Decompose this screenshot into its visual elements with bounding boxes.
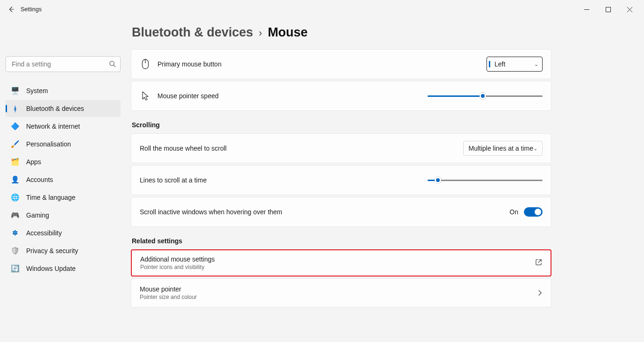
bluetooth-icon: ᚼ [10,104,20,113]
toggle-knob [535,209,541,215]
sidebar-item-label: Accounts [26,176,53,183]
setting-roll-wheel: Roll the mouse wheel to scroll Multiple … [131,133,551,163]
link-text-group: Mouse pointer Pointer size and colour [140,285,197,300]
primary-button-dropdown[interactable]: Left ⌄ [487,57,543,72]
link-subtitle: Pointer icons and visibility [140,264,215,270]
slider-track [428,180,543,181]
sidebar-item-bluetooth-devices[interactable]: ᚼBluetooth & devices [6,100,121,117]
maximize-icon [606,7,611,12]
breadcrumb-separator: › [259,27,262,39]
back-button[interactable] [4,2,19,17]
slider-thumb[interactable] [479,93,486,99]
window-controls [576,2,640,17]
window-title: Settings [21,6,42,13]
sidebar-item-label: Gaming [26,211,49,219]
slider-thumb[interactable] [435,177,441,183]
close-button[interactable] [619,2,640,17]
slider-fill [428,95,483,97]
section-header-related: Related settings [132,237,551,245]
sidebar-item-apps[interactable]: 🗂️Apps [6,153,121,170]
sidebar-item-label: Windows Update [26,265,76,272]
sidebar-item-windows-update[interactable]: 🔄Windows Update [6,260,121,277]
breadcrumb: Bluetooth & devices › Mouse [132,25,633,40]
setting-label: Primary mouse button [157,60,222,68]
lines-scroll-slider[interactable] [428,175,543,185]
accounts-icon: 👤 [10,175,20,184]
scroll-inactive-toggle[interactable] [524,207,543,217]
close-icon [627,7,632,12]
link-mouse-pointer[interactable]: Mouse pointer Pointer size and colour [131,278,551,307]
sidebar: 🖥️System ᚼBluetooth & devices 🔷Network &… [0,19,126,342]
setting-pointer-speed: Mouse pointer speed [131,81,551,111]
setting-lines-scroll: Lines to scroll at a time [131,165,551,195]
gaming-icon: 🎮 [10,211,20,220]
section-header-scrolling: Scrolling [132,121,551,129]
link-title: Mouse pointer [140,285,197,293]
windows-update-icon: 🔄 [10,264,20,273]
link-subtitle: Pointer size and colour [140,294,197,300]
breadcrumb-parent[interactable]: Bluetooth & devices [132,25,253,40]
chevron-down-icon: ⌄ [533,146,537,152]
sidebar-item-accessibility[interactable]: ✽Accessibility [6,225,121,241]
sidebar-item-privacy-security[interactable]: 🛡️Privacy & security [6,242,121,259]
dropdown-value: Left [494,60,505,68]
privacy-icon: 🛡️ [10,246,20,255]
setting-label: Mouse pointer speed [157,92,219,100]
toggle-wrap: On [509,207,543,217]
search-input[interactable] [6,56,121,72]
svg-point-1 [110,61,114,65]
sidebar-item-network[interactable]: 🔷Network & internet [6,118,121,135]
sidebar-item-label: Privacy & security [26,247,78,255]
sidebar-item-label: System [26,87,48,95]
chevron-right-icon [537,289,543,297]
setting-label: Roll the mouse wheel to scroll [140,145,227,152]
accessibility-icon: ✽ [10,228,20,238]
system-icon: 🖥️ [10,86,20,95]
pointer-speed-slider[interactable] [428,91,543,101]
setting-primary-mouse-button: Primary mouse button Left ⌄ [131,49,551,79]
setting-label: Scroll inactive windows when hovering ov… [140,208,282,216]
roll-wheel-dropdown[interactable]: Multiple lines at a time ⌄ [463,141,543,156]
dropdown-value: Multiple lines at a time [468,145,533,152]
titlebar: Settings [0,0,644,19]
sidebar-item-label: Time & language [26,194,75,201]
search-container [6,56,121,72]
link-title: Additional mouse settings [140,255,215,263]
setting-label: Lines to scroll at a time [140,176,207,184]
link-text-group: Additional mouse settings Pointer icons … [140,255,215,270]
minimize-icon [584,7,589,12]
breadcrumb-current: Mouse [268,25,308,40]
chevron-down-icon: ⌄ [534,61,538,67]
open-external-icon [535,259,542,267]
personalisation-icon: 🖌️ [10,139,20,149]
sidebar-item-time-language[interactable]: 🌐Time & language [6,189,121,206]
cursor-icon [140,91,151,101]
minimize-button[interactable] [576,2,597,17]
sidebar-item-system[interactable]: 🖥️System [6,82,121,99]
sidebar-nav: 🖥️System ᚼBluetooth & devices 🔷Network &… [6,82,121,277]
maximize-button[interactable] [597,2,619,17]
time-language-icon: 🌐 [10,193,20,202]
mouse-icon [140,59,151,69]
sidebar-item-label: Network & internet [26,123,80,130]
setting-scroll-inactive: Scroll inactive windows when hovering ov… [131,197,551,227]
search-icon [109,60,116,69]
sidebar-item-gaming[interactable]: 🎮Gaming [6,207,121,224]
sidebar-item-label: Accessibility [26,229,62,237]
sidebar-item-accounts[interactable]: 👤Accounts [6,171,121,188]
network-icon: 🔷 [10,122,20,131]
sidebar-item-label: Apps [26,158,41,166]
svg-rect-0 [606,7,610,12]
sidebar-item-personalisation[interactable]: 🖌️Personalisation [6,136,121,153]
toggle-state-label: On [509,208,518,216]
sidebar-item-label: Personalisation [26,140,71,148]
apps-icon: 🗂️ [10,157,20,167]
back-arrow-icon [8,6,14,13]
sidebar-item-label: Bluetooth & devices [26,105,84,112]
content-area: Bluetooth & devices › Mouse Primary mous… [126,19,644,342]
link-additional-mouse-settings[interactable]: Additional mouse settings Pointer icons … [131,249,551,277]
